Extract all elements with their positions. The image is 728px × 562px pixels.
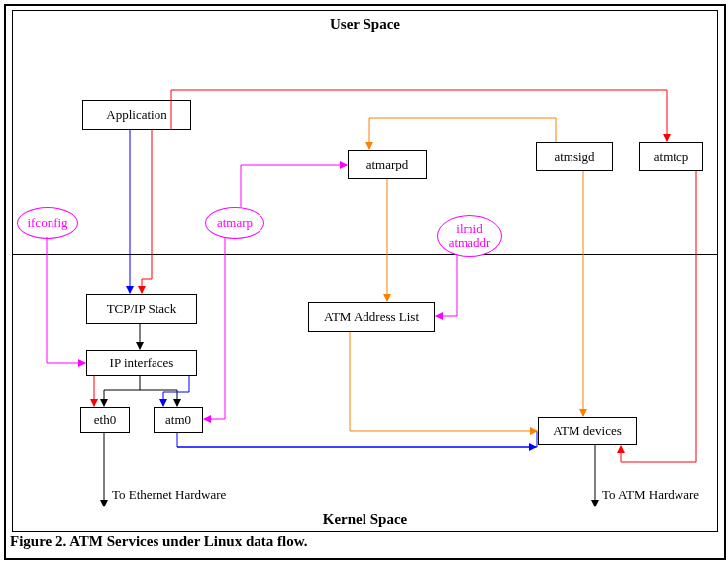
node-ip-interfaces: IP interfaces — [86, 350, 197, 376]
node-atmsigd: atmsigd — [536, 142, 613, 171]
diagram-canvas: User Space Kernel Space Application atma… — [12, 10, 718, 532]
node-tcpip: TCP/IP Stack — [86, 294, 197, 324]
node-atmtcp: atmtcp — [639, 142, 703, 171]
node-atmarpd: atmarpd — [348, 150, 427, 179]
node-atm-addr-list: ATM Address List — [308, 302, 435, 332]
node-atm-devices: ATM devices — [538, 417, 637, 445]
node-atmarp: atmarp — [205, 207, 264, 239]
node-atm0: atm0 — [154, 407, 203, 433]
region-label-kernel-space: Kernel Space — [13, 511, 717, 528]
figure-caption: Figure 2. ATM Services under Linux data … — [10, 533, 307, 550]
node-ifconfig: ifconfig — [17, 207, 78, 239]
node-application: Application — [82, 100, 191, 130]
figure-frame: User Space Kernel Space Application atma… — [4, 4, 726, 560]
region-label-user-space: User Space — [13, 16, 717, 33]
label-to-ethernet: To Ethernet Hardware — [112, 487, 226, 503]
arrow-layer — [13, 11, 717, 531]
node-ilmid-atmaddr: ilmid atmaddr — [437, 215, 502, 257]
label-to-atm: To ATM Hardware — [602, 487, 699, 503]
node-eth0: eth0 — [80, 407, 130, 433]
region-divider — [13, 254, 717, 255]
